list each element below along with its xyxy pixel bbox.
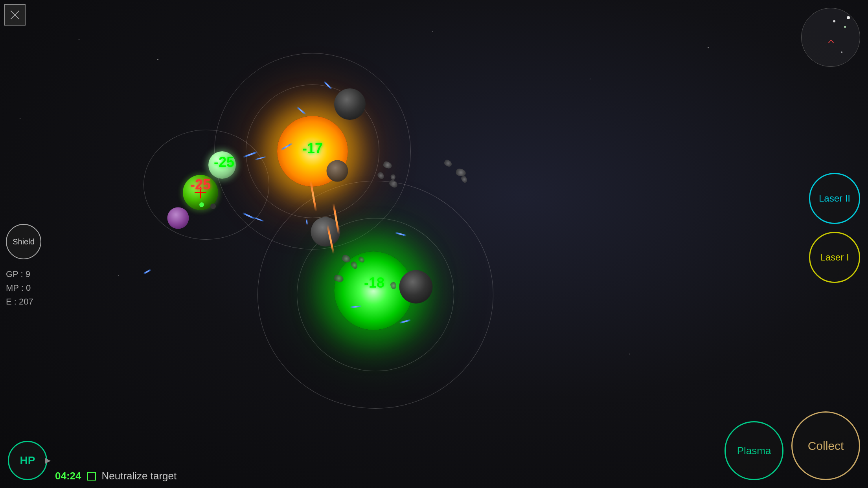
laser1-button[interactable]: Laser I xyxy=(809,232,860,283)
minimap-dot-1 xyxy=(833,20,835,22)
white-planet-damage: -25 xyxy=(214,154,234,171)
hud-right: Laser II Laser I xyxy=(809,173,860,283)
sun-damage-number: -17 xyxy=(302,140,323,157)
plasma-button[interactable]: Plasma xyxy=(725,421,783,480)
laser-beam-9 xyxy=(143,269,151,274)
mp-stat: MP : 0 xyxy=(6,281,41,295)
energy-stat: E : 207 xyxy=(6,295,41,308)
dark-planet-1 xyxy=(334,88,366,120)
asteroid-4 xyxy=(443,159,453,168)
planet-dot xyxy=(199,202,204,207)
hud-left: Shield GP : 9 MP : 0 E : 207 xyxy=(0,220,47,313)
close-button[interactable] xyxy=(4,4,26,26)
green-sun-damage-number: -18 xyxy=(364,275,384,291)
stats-panel: GP : 9 MP : 0 E : 207 xyxy=(6,267,41,309)
minimap-dot-3 xyxy=(844,26,846,28)
svg-marker-0 xyxy=(828,40,834,43)
collect-button[interactable]: Collect xyxy=(791,411,860,480)
objective-text: Neutralize target xyxy=(102,470,177,482)
purple-planet xyxy=(167,207,189,229)
hp-arrow-icon: ▶ xyxy=(45,456,50,465)
asteroid-6 xyxy=(460,175,468,183)
laser2-button[interactable]: Laser II xyxy=(809,173,860,224)
minimap-player xyxy=(828,38,834,41)
small-moon xyxy=(210,204,216,209)
minimap xyxy=(801,8,860,67)
shield-button[interactable]: Shield xyxy=(6,224,41,259)
hud-bottom-right: Plasma Collect xyxy=(725,411,860,480)
minimap-dot-4 xyxy=(841,51,842,53)
timer-display: 04:24 xyxy=(55,470,81,482)
gp-stat: GP : 9 xyxy=(6,267,41,281)
green-planet-damage: -25 xyxy=(190,176,211,193)
minimap-dot-2 xyxy=(847,16,850,19)
dark-planet-3 xyxy=(399,270,433,304)
bottom-bar: 04:24 Neutralize target xyxy=(55,470,177,482)
hp-container: HP ▶ xyxy=(8,441,47,480)
timer-icon xyxy=(87,472,96,481)
hp-label: HP xyxy=(20,454,35,467)
brown-planet xyxy=(327,160,348,182)
hp-button[interactable]: HP ▶ xyxy=(8,441,47,480)
